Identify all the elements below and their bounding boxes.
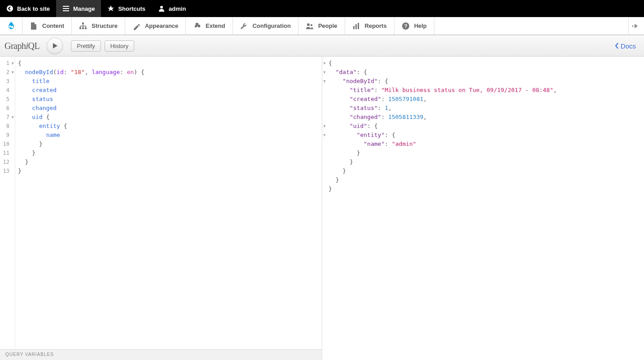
admin-reports[interactable]: Reports [345, 17, 394, 35]
svg-point-8 [307, 23, 310, 26]
svg-rect-4 [82, 22, 84, 24]
query-editor[interactable]: 1▼2▼34567▼8910111213 { nodeById(id: "18"… [0, 57, 322, 349]
result-fold-gutter: ▼▼▼▼▼ [322, 59, 327, 193]
content-icon [30, 22, 38, 30]
svg-point-0 [7, 5, 13, 12]
back-to-site-label: Back to site [17, 5, 50, 12]
svg-rect-15 [632, 25, 633, 27]
admin-content[interactable]: Content [22, 17, 72, 35]
shortcuts-label: Shortcuts [118, 5, 145, 12]
svg-point-1 [160, 6, 163, 9]
star-icon [107, 5, 114, 12]
svg-rect-11 [355, 24, 357, 29]
query-code[interactable]: { nodeById(id: "18", language: en) { tit… [15, 57, 322, 349]
back-to-site-button[interactable]: Back to site [0, 0, 56, 17]
configuration-icon [240, 22, 248, 30]
query-variables-bar[interactable]: QUERY VARIABLES [0, 349, 322, 360]
docs-label: Docs [621, 42, 636, 50]
user-icon [158, 5, 165, 12]
admin-people-label: People [318, 22, 337, 29]
line-gutter: 1▼2▼34567▼8910111213 [0, 57, 15, 349]
admin-appearance[interactable]: Appearance [125, 17, 186, 35]
admin-configuration[interactable]: Configuration [233, 17, 298, 35]
appearance-icon [132, 22, 140, 30]
drupal-toolbar: Back to site Manage Shortcuts admin [0, 0, 644, 17]
extend-icon [193, 22, 201, 30]
svg-point-2 [9, 25, 10, 27]
manage-label: Manage [73, 5, 95, 12]
admin-content-label: Content [42, 22, 64, 29]
user-label: admin [169, 5, 186, 12]
result-pane: ▼▼▼▼▼ { "data": { "nodeById": { "title":… [322, 57, 644, 360]
admin-help[interactable]: ? Help [394, 17, 434, 35]
back-arrow-icon [6, 5, 13, 12]
admin-spacer [434, 17, 629, 35]
drupal-logo[interactable] [0, 17, 22, 35]
svg-text:?: ? [404, 23, 407, 29]
orientation-icon [632, 23, 640, 29]
docs-button[interactable]: Docs [611, 42, 640, 50]
svg-point-3 [11, 26, 13, 28]
admin-reports-label: Reports [365, 22, 387, 29]
svg-rect-6 [82, 27, 84, 29]
svg-rect-10 [353, 26, 355, 29]
play-icon [52, 43, 58, 49]
admin-people[interactable]: People [298, 17, 345, 35]
svg-rect-5 [79, 27, 81, 29]
graphiql-toolbar: GraphiQL Prettify History Docs [0, 35, 644, 57]
admin-menu: Content Structure Appearance Extend Conf… [0, 17, 644, 35]
graphiql-logo: GraphiQL [4, 41, 39, 51]
admin-structure-label: Structure [92, 22, 118, 29]
chevron-left-icon [615, 43, 619, 49]
admin-extend[interactable]: Extend [186, 17, 232, 35]
admin-extend-label: Extend [206, 22, 225, 29]
result-code: { "data": { "nodeById": { "title": "Milk… [322, 57, 644, 193]
prettify-button[interactable]: Prettify [71, 40, 101, 52]
people-icon [306, 22, 314, 30]
admin-configuration-label: Configuration [253, 22, 291, 29]
hamburger-icon [62, 5, 70, 12]
svg-point-9 [311, 24, 312, 26]
admin-help-label: Help [414, 22, 427, 29]
admin-structure[interactable]: Structure [72, 17, 125, 35]
admin-appearance-label: Appearance [145, 22, 178, 29]
toolbar-orientation-toggle[interactable] [629, 17, 644, 35]
svg-rect-12 [358, 23, 359, 29]
shortcuts-button[interactable]: Shortcuts [101, 0, 152, 17]
history-button[interactable]: History [105, 40, 134, 52]
user-menu-button[interactable]: admin [152, 0, 192, 17]
query-pane: 1▼2▼34567▼8910111213 { nodeById(id: "18"… [0, 57, 322, 360]
help-icon: ? [402, 22, 410, 30]
manage-button[interactable]: Manage [56, 0, 101, 17]
execute-button[interactable] [47, 38, 63, 54]
reports-icon [352, 22, 360, 30]
svg-rect-7 [85, 27, 87, 29]
graphiql-body: 1▼2▼34567▼8910111213 { nodeById(id: "18"… [0, 57, 644, 360]
structure-icon [79, 22, 87, 30]
